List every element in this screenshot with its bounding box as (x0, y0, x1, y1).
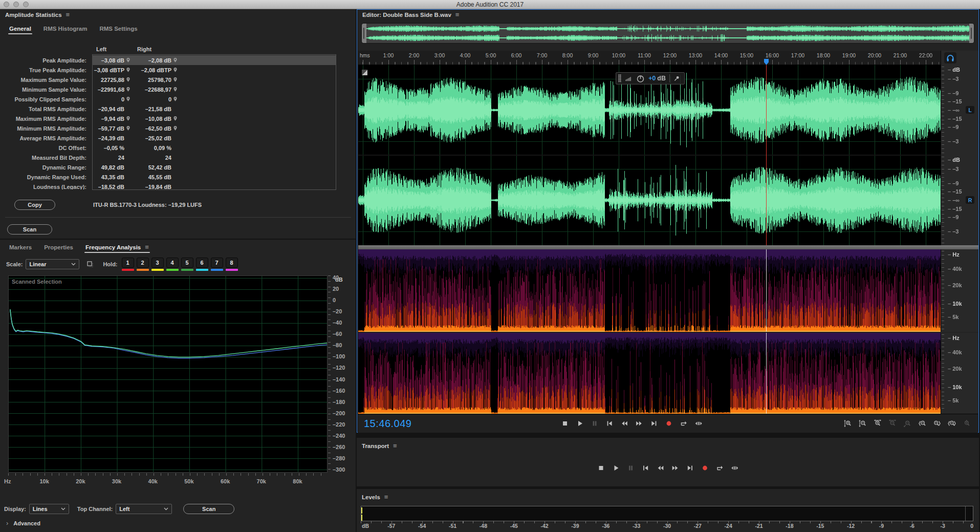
loop-playback-button[interactable] (677, 418, 690, 429)
stop-button[interactable] (595, 462, 608, 474)
tab-frequency-analysis[interactable]: Frequency Analysis≡ (79, 241, 155, 253)
spectral-display-right[interactable] (358, 333, 941, 414)
tab-rms-settings[interactable]: RMS Settings (93, 22, 143, 35)
pause-button[interactable] (588, 418, 601, 429)
copy-graph-icon[interactable] (86, 261, 94, 268)
freq-scan-button[interactable]: Scan (183, 504, 234, 514)
tab-markers[interactable]: Markers (3, 241, 38, 253)
waveform-spectral-toggle-icon[interactable] (361, 69, 368, 76)
level-meter[interactable] (361, 506, 973, 521)
hold-button-1[interactable]: 1 (122, 258, 134, 268)
stats-row[interactable]: Maximum RMS Amplitude:–9,94 dB–10,08 dB (0, 114, 356, 123)
top-channel-select[interactable]: Left (116, 504, 172, 514)
stats-row[interactable]: Dynamic Range:49,82 dB52,42 dB (0, 162, 356, 172)
overview-right-handle[interactable] (969, 24, 974, 43)
panel-menu-icon[interactable]: ≡ (393, 443, 397, 449)
rewind-button[interactable] (654, 462, 667, 474)
play-button[interactable] (609, 462, 623, 474)
hud-volume-control[interactable]: +0 dB (616, 72, 685, 84)
hud-grip-handle[interactable] (618, 74, 621, 82)
transport-title: Transport (362, 443, 389, 449)
zoom-in-vertical-button[interactable] (841, 418, 855, 429)
stats-row[interactable]: Minimum RMS Amplitude:–59,77 dB–62,50 dB (0, 123, 356, 133)
fast-forward-button[interactable] (669, 462, 682, 474)
skip-selection-button[interactable] (728, 462, 742, 474)
close-window-icon[interactable] (4, 2, 9, 7)
skip-selection-button[interactable] (692, 418, 705, 429)
hold-button-4[interactable]: 4 (166, 258, 179, 268)
time-display[interactable]: 15:46.049 (364, 418, 411, 430)
scale-minor-ticks (942, 157, 944, 244)
waveform-display[interactable] (358, 65, 941, 245)
tab-rms-histogram[interactable]: RMS Histogram (37, 22, 94, 35)
record-button[interactable] (699, 462, 712, 474)
stats-row[interactable]: Average RMS Amplitude:–24,39 dB–25,02 dB (0, 133, 356, 143)
record-button[interactable] (662, 418, 676, 429)
record-icon (665, 419, 673, 428)
monitor-headphones-button[interactable] (944, 52, 956, 63)
stats-row[interactable]: Minimum Sample Value:–22991,68–22688,97 (0, 84, 356, 94)
stats-row[interactable]: Peak Amplitude:–3,08 dB–2,08 dB (0, 55, 356, 65)
loop-playback-button[interactable] (713, 462, 727, 474)
zoom-window-icon[interactable] (23, 2, 29, 7)
volume-knob-icon[interactable] (636, 74, 645, 83)
volume-bars-icon[interactable] (625, 75, 633, 82)
hold-button-2[interactable]: 2 (137, 258, 149, 268)
zoom-in-point-button[interactable] (915, 418, 929, 429)
stats-row[interactable]: Dynamic Range Used:43,35 dB45,55 dB (0, 172, 356, 182)
zoom-out-vertical-button[interactable] (856, 418, 870, 429)
display-select[interactable]: Lines (29, 504, 69, 514)
skip-to-start-button[interactable] (639, 462, 652, 474)
scale-select[interactable]: Linear (26, 259, 79, 269)
stats-row[interactable]: Maximum Sample Value:22725,8825798,70 (0, 75, 356, 84)
skip-to-end-button[interactable] (684, 462, 697, 474)
panel-menu-icon[interactable]: ≡ (455, 12, 460, 17)
zoom-full-button[interactable] (960, 418, 974, 429)
frequency-plot[interactable]: Scanned Selection (8, 275, 328, 473)
skip-to-start-button[interactable] (603, 418, 616, 429)
pin-icon[interactable] (673, 75, 680, 82)
zoom-in-horizontal-button[interactable] (870, 418, 885, 429)
stats-row[interactable]: Total RMS Amplitude:–20,94 dB–21,58 dB (0, 104, 356, 114)
panel-menu-icon[interactable]: ≡ (145, 243, 149, 251)
playhead-line-waveform (766, 65, 767, 245)
stats-row[interactable]: Measured Bit Depth:2424 (0, 153, 356, 162)
hold-button-7[interactable]: 7 (211, 258, 223, 268)
timeline-ruler[interactable]: hms1:002:003:004:005:006:007:008:009:001… (358, 51, 941, 65)
zoom-selection-button[interactable] (945, 418, 959, 429)
window-controls[interactable] (4, 2, 29, 7)
stats-row[interactable]: Loudness (Legacy):–18,52 dB–19,84 dB (0, 182, 356, 189)
copy-button[interactable]: Copy (14, 200, 55, 210)
tab-properties[interactable]: Properties (38, 241, 79, 253)
pause-button[interactable] (624, 462, 638, 474)
stats-row[interactable]: DC Offset:–0,05 %0,09 % (0, 143, 356, 153)
panel-menu-icon[interactable]: ≡ (66, 12, 70, 17)
fast-forward-button[interactable] (633, 418, 646, 429)
hold-button-5[interactable]: 5 (181, 258, 193, 268)
stats-row[interactable]: Possibly Clipped Samples:00 (0, 94, 356, 104)
zoom-out-horizontal-button[interactable] (885, 418, 900, 429)
hold-button-8[interactable]: 8 (226, 258, 238, 268)
stats-row[interactable]: True Peak Amplitude:–3,08 dBTP–2,08 dBTP (0, 65, 356, 75)
loudness-info: ITU-R BS.1770-3 Loudness: –19,29 LUFS (93, 202, 202, 208)
zoom-out-full-button[interactable] (900, 418, 914, 429)
tab-general[interactable]: General (3, 22, 37, 35)
zoom-out-point-button[interactable] (930, 418, 944, 429)
stat-label: Dynamic Range: (0, 164, 91, 171)
rewind-button[interactable] (618, 418, 631, 429)
channel-badge-l[interactable]: L (966, 106, 974, 114)
minimize-window-icon[interactable] (13, 2, 19, 7)
stop-button[interactable] (558, 418, 572, 429)
advanced-row[interactable]: › Advanced (6, 519, 40, 527)
wave-spectral-splitter[interactable]: ▼ (358, 245, 978, 249)
channel-badge-r[interactable]: R (966, 196, 974, 204)
play-button[interactable] (573, 418, 586, 429)
spectral-display-left[interactable] (358, 249, 941, 332)
panel-menu-icon[interactable]: ≡ (384, 495, 388, 500)
hold-button-3[interactable]: 3 (151, 258, 164, 268)
skip-to-end-button[interactable] (647, 418, 661, 429)
hold-button-6[interactable]: 6 (196, 258, 208, 268)
scan-button[interactable]: Scan (7, 224, 52, 235)
overview-left-handle[interactable] (362, 24, 366, 43)
overview-navigator[interactable] (361, 23, 974, 44)
